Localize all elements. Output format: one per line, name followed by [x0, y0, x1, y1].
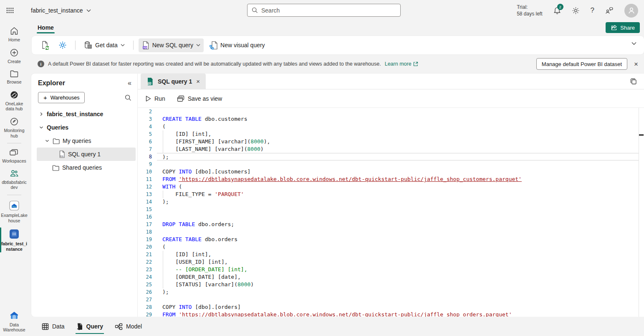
- code-area: 23CREATE TABLE dbo.customers4(5 [ID] [in…: [138, 108, 644, 317]
- new-visual-query-button[interactable]: New visual query: [206, 38, 268, 52]
- editor-scrollbar[interactable]: [639, 108, 644, 317]
- sidebar-item-data-warehouse[interactable]: Data Warehouse: [0, 308, 28, 335]
- sidebar-item-home[interactable]: Home: [0, 23, 28, 45]
- manage-dataset-button[interactable]: Manage default Power BI dataset: [536, 58, 627, 70]
- browse-icon: [10, 69, 19, 78]
- settings-tool-button[interactable]: [55, 38, 70, 52]
- code-line: 4(: [138, 123, 644, 130]
- learn-more-link[interactable]: Learn more: [385, 61, 418, 67]
- help-button[interactable]: ?: [591, 6, 594, 15]
- monitoring-icon: [10, 117, 19, 126]
- plus-icon: +: [43, 94, 47, 101]
- warehouse-icon: [9, 229, 20, 239]
- tree-item-my-queries[interactable]: My queries: [37, 134, 136, 148]
- close-tab-icon[interactable]: ×: [196, 78, 200, 85]
- sidebar-item-dbtlabsfabricdev[interactable]: dbtlabsfabricdev: [0, 166, 28, 193]
- sidebar-item-create[interactable]: Create: [0, 45, 28, 67]
- new-sql-query-button[interactable]: SQL New SQL query: [139, 38, 204, 52]
- lakehouse-icon: [9, 200, 20, 211]
- code-line: 16: [138, 213, 644, 221]
- code-line: 8);: [138, 153, 644, 160]
- rail-divider: [7, 195, 21, 195]
- tree-item-shared-queries[interactable]: Shared queries: [37, 161, 136, 174]
- sql-icon: SQL: [59, 150, 65, 158]
- copy-icon[interactable]: [630, 78, 637, 85]
- code-line: 14);: [138, 198, 644, 206]
- query-doc-icon: [76, 323, 83, 330]
- gear-icon: [572, 7, 580, 15]
- code-line: 12WITH (: [138, 183, 644, 191]
- tab-model[interactable]: Model: [114, 319, 143, 334]
- tab-home[interactable]: Home: [37, 23, 55, 33]
- tree-item-fabric-test-instance[interactable]: fabric_test_instance: [37, 107, 136, 121]
- view-switcher: Data Query Model: [28, 317, 644, 336]
- tab-data[interactable]: Data: [41, 319, 66, 334]
- toolbar-divider: [75, 41, 76, 50]
- refresh-doc-icon: [41, 41, 49, 50]
- sidebar-item-examplelakehouse[interactable]: ExampleLakehouse: [0, 197, 28, 226]
- tab-sql-query-1[interactable]: SQL SQL query 1 ×: [141, 74, 206, 89]
- get-data-button[interactable]: Get data: [81, 38, 128, 52]
- sidebar-item-fabric-test-instance[interactable]: fabric_test_instance: [0, 226, 28, 254]
- code-line: 7 [LAST_NAME] [varchar](8000): [138, 145, 644, 153]
- sidebar-item-onelake-data-hub[interactable]: OneLake data hub: [0, 87, 28, 114]
- code-line: 22 [USER_ID] [int],: [138, 258, 644, 266]
- code-line: 28COPY INTO [dbo].[orders]: [138, 303, 644, 311]
- collapse-panel-icon[interactable]: «: [128, 79, 131, 87]
- explorer-title: Explorer: [38, 79, 65, 87]
- search-placeholder: Search: [261, 7, 280, 14]
- tab-query[interactable]: Query: [76, 319, 104, 334]
- search-icon: [252, 7, 258, 13]
- chevron-right-icon[interactable]: [39, 112, 44, 117]
- folder-icon: [53, 138, 60, 144]
- svg-text:SQL: SQL: [60, 155, 64, 157]
- sql-editor[interactable]: 23CREATE TABLE dbo.customers4(5 [ID] [in…: [138, 108, 644, 317]
- code-line: 15: [138, 206, 644, 213]
- feedback-button[interactable]: [605, 7, 614, 14]
- explorer-search-icon[interactable]: [125, 94, 131, 101]
- sidebar-item-browse[interactable]: Browse: [0, 66, 28, 87]
- search-input[interactable]: Search: [247, 4, 401, 17]
- info-icon: i: [38, 61, 44, 67]
- avatar[interactable]: [624, 4, 638, 18]
- notifications-button[interactable]: 2: [553, 7, 561, 15]
- sql-file-icon: SQL: [142, 41, 149, 50]
- chevron-down-icon: [631, 42, 636, 45]
- tree-item-queries[interactable]: Queries: [37, 121, 136, 134]
- banner-close-icon[interactable]: ×: [634, 61, 638, 68]
- run-icon: [145, 95, 151, 102]
- trial-status: Trial: 58 days left: [517, 4, 542, 17]
- code-line: 23 -- [ORDER_DATE] [int],: [138, 266, 644, 273]
- model-icon: [115, 323, 123, 330]
- workspace-switcher[interactable]: fabric_test_instance: [31, 7, 91, 14]
- explorer-tree: fabric_test_instanceQueriesMy queriesSQL…: [31, 107, 137, 174]
- people-icon: [9, 169, 19, 178]
- tree-item-sql-query-1[interactable]: SQLSQL query 1: [37, 148, 136, 161]
- help-icon: ?: [591, 6, 594, 14]
- code-line: 18: [138, 228, 644, 236]
- sidebar-item-monitoring-hub[interactable]: Monitoring hub: [0, 114, 28, 141]
- code-line: 20(: [138, 243, 644, 251]
- code-line: 2: [138, 108, 644, 115]
- ribbon-toolbar: Get data SQL New SQL query New visual qu…: [32, 36, 644, 54]
- top-header: fabric_test_instance Search Trial: 58 da…: [0, 0, 644, 21]
- folder-icon: [52, 165, 59, 171]
- code-line: 13 FILE_TYPE = 'PARQUET': [138, 191, 644, 198]
- chevron-down-icon[interactable]: [45, 138, 50, 143]
- sidebar-item-workspaces[interactable]: Workspaces: [0, 145, 28, 166]
- save-as-view-icon: [177, 95, 184, 102]
- run-button[interactable]: Run: [145, 95, 165, 102]
- banner-message: A default Power BI dataset for faster re…: [48, 61, 381, 67]
- add-warehouses-button[interactable]: + Warehouses: [38, 92, 85, 103]
- query-toolbar: Run Save as view: [138, 89, 644, 108]
- code-line: 10COPY INTO [dbo].[customers]: [138, 168, 644, 176]
- share-button[interactable]: Share: [606, 22, 640, 33]
- chevron-down-icon[interactable]: [39, 125, 44, 130]
- save-as-view-button[interactable]: Save as view: [177, 95, 222, 102]
- refresh-button[interactable]: [38, 38, 53, 52]
- code-line: 6 [FIRST_NAME] [varchar](8000),: [138, 138, 644, 145]
- visual-query-icon: [210, 41, 217, 50]
- settings-button[interactable]: [572, 7, 580, 15]
- ribbon-collapse-button[interactable]: [631, 42, 636, 45]
- app-launcher-icon[interactable]: [0, 0, 20, 21]
